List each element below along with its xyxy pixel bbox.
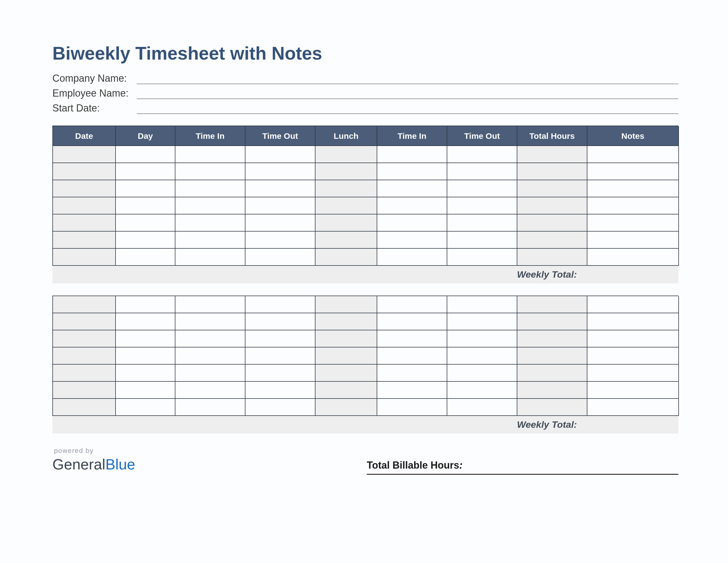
- cell[interactable]: [377, 330, 447, 348]
- cell[interactable]: [517, 296, 587, 313]
- cell[interactable]: [245, 330, 315, 348]
- startdate-input-line[interactable]: [137, 105, 678, 114]
- cell[interactable]: [245, 348, 315, 365]
- cell[interactable]: [517, 231, 587, 249]
- cell[interactable]: [447, 313, 517, 330]
- cell[interactable]: [175, 197, 245, 214]
- cell[interactable]: [587, 365, 679, 382]
- cell[interactable]: [517, 399, 587, 416]
- cell[interactable]: [315, 197, 377, 214]
- cell[interactable]: [517, 249, 587, 266]
- cell[interactable]: [447, 231, 517, 249]
- cell[interactable]: [377, 365, 447, 382]
- cell[interactable]: [587, 197, 679, 214]
- cell[interactable]: [315, 399, 377, 416]
- cell[interactable]: [377, 214, 447, 231]
- cell[interactable]: [116, 399, 175, 416]
- cell[interactable]: [377, 231, 447, 249]
- cell[interactable]: [377, 399, 447, 416]
- cell[interactable]: [587, 330, 679, 348]
- cell[interactable]: [175, 399, 245, 416]
- cell[interactable]: [447, 348, 517, 365]
- cell[interactable]: [245, 382, 315, 399]
- cell[interactable]: [245, 399, 315, 416]
- employee-input-line[interactable]: [137, 90, 678, 99]
- cell[interactable]: [53, 146, 116, 163]
- cell[interactable]: [116, 365, 175, 382]
- cell[interactable]: [587, 214, 679, 231]
- cell[interactable]: [377, 249, 447, 266]
- cell[interactable]: [447, 249, 517, 266]
- cell[interactable]: [245, 365, 315, 382]
- cell[interactable]: [245, 214, 315, 231]
- cell[interactable]: [587, 231, 679, 249]
- cell[interactable]: [116, 180, 175, 197]
- cell[interactable]: [517, 146, 587, 163]
- cell[interactable]: [517, 214, 587, 231]
- cell[interactable]: [116, 249, 175, 266]
- cell[interactable]: [116, 296, 175, 313]
- cell[interactable]: [53, 382, 116, 399]
- cell[interactable]: [315, 296, 377, 313]
- cell[interactable]: [315, 382, 377, 399]
- cell[interactable]: [175, 231, 245, 249]
- cell[interactable]: [53, 249, 116, 266]
- cell[interactable]: [175, 249, 245, 266]
- cell[interactable]: [447, 330, 517, 348]
- cell[interactable]: [53, 163, 116, 180]
- cell[interactable]: [116, 231, 175, 249]
- cell[interactable]: [315, 249, 377, 266]
- cell[interactable]: [245, 163, 315, 180]
- cell[interactable]: [587, 163, 679, 180]
- cell[interactable]: [116, 313, 175, 330]
- cell[interactable]: [315, 330, 377, 348]
- cell[interactable]: [175, 180, 245, 197]
- cell[interactable]: [315, 231, 377, 249]
- cell[interactable]: [175, 365, 245, 382]
- cell[interactable]: [447, 197, 517, 214]
- cell[interactable]: [517, 197, 587, 214]
- cell[interactable]: [447, 296, 517, 313]
- cell[interactable]: [587, 399, 679, 416]
- cell[interactable]: [53, 214, 116, 231]
- cell[interactable]: [175, 146, 245, 163]
- cell[interactable]: [53, 197, 116, 214]
- company-input-line[interactable]: [137, 75, 678, 84]
- cell[interactable]: [377, 163, 447, 180]
- cell[interactable]: [377, 382, 447, 399]
- cell[interactable]: [315, 214, 377, 231]
- cell[interactable]: [377, 313, 447, 330]
- cell[interactable]: [53, 365, 116, 382]
- cell[interactable]: [175, 163, 245, 180]
- cell[interactable]: [245, 313, 315, 330]
- cell[interactable]: [517, 180, 587, 197]
- cell[interactable]: [245, 146, 315, 163]
- cell[interactable]: [315, 348, 377, 365]
- cell[interactable]: [587, 249, 679, 266]
- cell[interactable]: [517, 382, 587, 399]
- cell[interactable]: [245, 296, 315, 313]
- cell[interactable]: [377, 296, 447, 313]
- cell[interactable]: [517, 348, 587, 365]
- cell[interactable]: [587, 146, 679, 163]
- cell[interactable]: [245, 197, 315, 214]
- cell[interactable]: [116, 330, 175, 348]
- cell[interactable]: [245, 231, 315, 249]
- cell[interactable]: [245, 180, 315, 197]
- cell[interactable]: [447, 399, 517, 416]
- cell[interactable]: [175, 348, 245, 365]
- cell[interactable]: [587, 382, 679, 399]
- cell[interactable]: [116, 348, 175, 365]
- cell[interactable]: [245, 249, 315, 266]
- cell[interactable]: [377, 146, 447, 163]
- cell[interactable]: [116, 382, 175, 399]
- cell[interactable]: [517, 330, 587, 348]
- cell[interactable]: [377, 180, 447, 197]
- cell[interactable]: [116, 197, 175, 214]
- cell[interactable]: [315, 180, 377, 197]
- cell[interactable]: [315, 146, 377, 163]
- cell[interactable]: [315, 313, 377, 330]
- cell[interactable]: [53, 330, 116, 348]
- cell[interactable]: [116, 163, 175, 180]
- cell[interactable]: [175, 214, 245, 231]
